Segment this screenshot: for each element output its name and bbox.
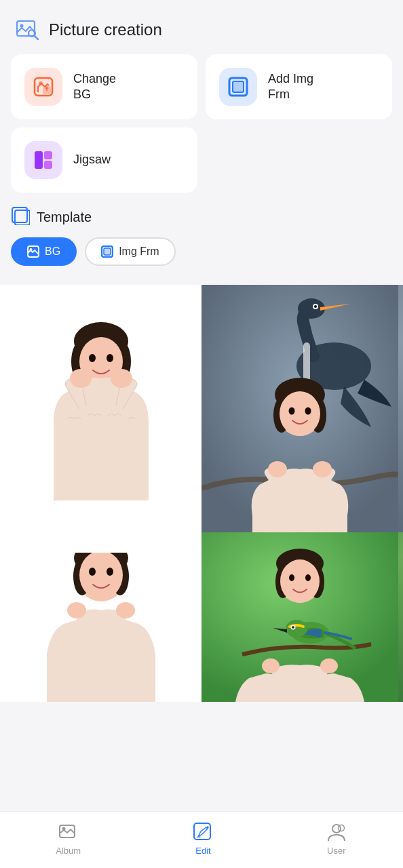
header: Picture creation [0,0,403,54]
add-img-frm-icon-wrap [219,68,257,106]
template-icon [11,206,30,228]
svg-point-48 [89,568,96,576]
bottom-nav: Album Edit User [0,811,403,868]
svg-point-28 [111,369,132,388]
tool-cards-section: ChangeBG Add ImgFrm Jigsaw [0,54,403,193]
svg-point-70 [338,825,344,831]
svg-point-62 [289,574,294,581]
template-item-2-right[interactable] [202,532,403,702]
svg-point-5 [39,81,43,85]
svg-point-50 [67,602,86,618]
filter-row: BG Img Frm [11,237,392,266]
svg-point-67 [62,827,65,831]
svg-rect-12 [44,161,52,169]
svg-point-40 [305,408,311,415]
filter-bg-button[interactable]: BG [11,237,77,266]
change-bg-icon-wrap [24,68,62,106]
svg-point-41 [268,461,287,477]
template-item-1-left[interactable] [0,285,202,532]
svg-point-64 [262,658,280,673]
nav-item-album[interactable]: Album [56,821,81,856]
svg-point-65 [320,658,338,673]
user-label: User [327,846,345,856]
nav-item-user[interactable]: User [326,821,347,856]
svg-point-38 [280,391,320,436]
svg-point-25 [89,354,96,362]
svg-rect-11 [44,151,52,159]
jigsaw-card[interactable]: Jigsaw [11,127,197,193]
svg-rect-68 [194,823,210,840]
edit-icon [192,821,214,843]
svg-point-56 [292,626,294,629]
jigsaw-label: Jigsaw [73,152,111,167]
template-header: Template [11,206,392,228]
change-bg-label: ChangeBG [73,71,116,103]
add-img-frm-label: Add ImgFrm [268,71,313,103]
template-title: Template [37,210,92,225]
album-label: Album [56,846,81,856]
svg-point-2 [20,24,24,28]
add-img-frm-card[interactable]: Add ImgFrm [206,54,392,119]
svg-point-47 [79,553,123,599]
svg-point-61 [280,559,320,603]
user-icon [326,821,347,843]
edit-label: Edit [195,846,210,856]
picture-creation-icon [14,16,41,43]
template-item-1-right[interactable] [202,285,403,532]
svg-point-63 [305,574,311,581]
filter-img-frm-button[interactable]: Img Frm [85,237,176,266]
change-bg-card[interactable]: ChangeBG [11,54,197,119]
svg-point-49 [107,568,113,576]
svg-point-26 [107,354,113,362]
svg-rect-8 [233,81,244,92]
svg-rect-18 [104,248,111,255]
svg-point-33 [314,305,317,308]
nav-item-edit[interactable]: Edit [192,821,214,856]
svg-point-39 [289,408,295,415]
album-icon [58,821,79,843]
page-title: Picture creation [49,20,162,39]
svg-point-27 [70,369,92,388]
svg-rect-10 [35,151,43,169]
jigsaw-icon-wrap [24,141,62,179]
template-section: Template BG Img Frm [0,193,403,285]
svg-point-42 [313,461,332,477]
svg-point-54 [286,620,307,637]
template-grid [0,285,403,532]
template-item-2-left[interactable] [0,532,202,702]
svg-point-16 [30,248,33,251]
template-grid-row2 [0,532,403,702]
svg-point-51 [116,602,135,618]
